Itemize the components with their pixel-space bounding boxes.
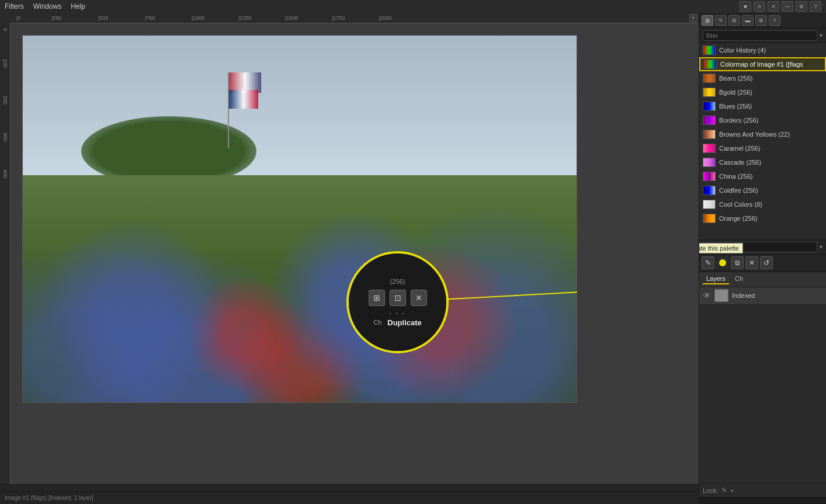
palette-name-caramel: Caramel (256) bbox=[719, 145, 822, 152]
zoom-ch-label: Ch bbox=[373, 319, 381, 326]
palette-swatch-orange bbox=[703, 214, 716, 223]
main-area: |0 |250 |500 |750 |1000 |1250 |1500 |175… bbox=[0, 13, 826, 504]
palette-item-colorhistory[interactable]: Color History (4) bbox=[699, 43, 826, 57]
lock-icon-paint[interactable]: ✎ bbox=[721, 486, 727, 494]
palette-item-bgold[interactable]: Bgold (256) bbox=[699, 85, 826, 99]
palette-name-cascade: Cascade (256) bbox=[719, 159, 822, 166]
palette-swatch-cascade bbox=[703, 158, 716, 167]
palette-item-browns[interactable]: Browns And Yellows (22) bbox=[699, 127, 826, 141]
palette-list: Color History (4) Colormap of Image #1 (… bbox=[699, 43, 826, 239]
action-duplicate-btn[interactable]: ⧉ Duplicate this palette bbox=[731, 256, 744, 269]
action-row: ✎ ⧉ Duplicate this palette ✕ ↺ bbox=[699, 255, 826, 272]
menu-help[interactable]: Help bbox=[71, 2, 85, 11]
layer-thumb-indexed bbox=[714, 289, 728, 302]
palette-item-colormap[interactable]: Colormap of Image #1 ([flags bbox=[699, 57, 826, 71]
toolbar-icon-4[interactable]: ⊕ bbox=[796, 1, 807, 12]
tick-250: |250 bbox=[51, 15, 98, 21]
flowers-layer bbox=[23, 175, 577, 402]
panel-scrollbar[interactable] bbox=[699, 497, 826, 504]
palette-swatch-colorhistory bbox=[703, 46, 716, 55]
zoom-top-text: (256) bbox=[390, 278, 405, 285]
palette-swatch-caramel bbox=[703, 144, 716, 153]
panel-icon-patterns[interactable]: ⊞ bbox=[728, 15, 740, 26]
zoom-circle: (256) ⊞ ⊡ ✕ • • • Ch Duplicate bbox=[346, 251, 449, 353]
tick-1750: |1750 bbox=[332, 15, 379, 21]
ruler-v-100: 100 bbox=[2, 59, 8, 68]
action-refresh-btn[interactable]: ↺ bbox=[760, 256, 773, 269]
palette-item-bears[interactable]: Bears (256) bbox=[699, 71, 826, 85]
flower-image bbox=[22, 35, 577, 403]
palette-swatch-coolcolors bbox=[703, 200, 716, 209]
toolbar-icon-0[interactable]: ■ bbox=[740, 1, 751, 12]
palette-swatch-blues bbox=[703, 102, 716, 111]
zoom-toolbar: ⊞ ⊡ ✕ bbox=[369, 290, 427, 306]
layer-item-indexed[interactable]: 👁 Indexed bbox=[699, 287, 826, 305]
palette-item-coldfire[interactable]: Coldfire (256) bbox=[699, 183, 826, 197]
panel-icon-gradients[interactable]: ▬ bbox=[742, 15, 754, 26]
palette-swatch-browns bbox=[703, 130, 716, 139]
menu-filters[interactable]: Filters bbox=[5, 2, 24, 11]
palette-item-cascade[interactable]: Cascade (256) bbox=[699, 155, 826, 169]
panel-top-icons: ▦ ✎ ⊞ ▬ ⊕ ? bbox=[699, 13, 826, 28]
layer-name-indexed: Indexed bbox=[732, 292, 822, 299]
panel-icon-layers[interactable]: ▦ bbox=[702, 15, 713, 26]
zoom-circle-inner: (256) ⊞ ⊡ ✕ • • • Ch Duplicate bbox=[349, 253, 446, 351]
palette-name-bears: Bears (256) bbox=[719, 75, 822, 82]
tag-input[interactable] bbox=[703, 242, 817, 252]
panel-icon-fonts[interactable]: ? bbox=[769, 15, 780, 26]
palette-swatch-china bbox=[703, 172, 716, 181]
menubar: Filters Windows Help ■ A ≡ — ⊕ ? bbox=[0, 0, 826, 13]
zoom-label-row: Ch Duplicate bbox=[373, 318, 422, 327]
status-text: Image #1 (flags) [Indexed, 1 layer] bbox=[5, 495, 93, 501]
palette-item-caramel[interactable]: Caramel (256) bbox=[699, 141, 826, 155]
action-dot-btn[interactable] bbox=[716, 256, 729, 269]
palette-item-blues[interactable]: Blues (256) bbox=[699, 99, 826, 113]
tick-500: |500 bbox=[98, 15, 145, 21]
palette-name-coolcolors: Cool Colors (8) bbox=[719, 201, 822, 208]
palette-name-coldfire: Coldfire (256) bbox=[719, 187, 822, 194]
toolbar-icon-5[interactable]: ? bbox=[810, 1, 821, 12]
layers-header: Layers Ch bbox=[699, 272, 826, 287]
action-edit-btn[interactable]: ✎ bbox=[702, 256, 714, 269]
canvas-scroll[interactable]: (256) ⊞ ⊡ ✕ • • • Ch Duplicate bbox=[11, 23, 699, 484]
lock-label: Lock: bbox=[703, 487, 718, 494]
tag-arrow[interactable]: ▾ bbox=[820, 244, 822, 250]
layer-visibility-icon[interactable]: 👁 bbox=[703, 291, 711, 300]
zoom-duplicate-label: Duplicate bbox=[387, 318, 422, 327]
panel-icon-brushes[interactable]: ✎ bbox=[715, 15, 727, 26]
filter-arrow[interactable]: ▾ bbox=[820, 32, 822, 39]
tick-1500: |1500 bbox=[285, 15, 332, 21]
canvas-area: |0 |250 |500 |750 |1000 |1250 |1500 |175… bbox=[0, 13, 699, 504]
toolbar-icons: ■ A ≡ — ⊕ ? bbox=[740, 1, 821, 12]
toolbar-icon-2[interactable]: ≡ bbox=[768, 1, 779, 12]
palette-name-blues: Blues (256) bbox=[719, 103, 822, 110]
palette-swatch-coldfire bbox=[703, 186, 716, 195]
action-delete-btn[interactable]: ✕ bbox=[745, 256, 758, 269]
status-bar: Image #1 (flags) [Indexed, 1 layer] bbox=[0, 491, 699, 504]
filter-row: ▾ bbox=[699, 28, 826, 43]
panel-icon-palettes[interactable]: ⊕ bbox=[755, 15, 767, 26]
palette-item-borders[interactable]: Borders (256) bbox=[699, 113, 826, 127]
tick-2000: |2000 bbox=[379, 15, 425, 21]
filter-input[interactable] bbox=[703, 30, 817, 41]
palette-swatch-bgold bbox=[703, 88, 716, 97]
layers-tab-layers[interactable]: Layers bbox=[703, 274, 729, 284]
horizontal-scrollbar[interactable] bbox=[0, 484, 699, 491]
tick-1000: |1000 bbox=[192, 15, 238, 21]
menu-windows[interactable]: Windows bbox=[33, 2, 62, 11]
palette-item-orange[interactable]: Orange (256) bbox=[699, 211, 826, 225]
toolbar-icon-3[interactable]: — bbox=[782, 1, 793, 12]
layers-tab-ch[interactable]: Ch bbox=[731, 274, 747, 284]
lock-icon-position[interactable]: + bbox=[730, 487, 734, 494]
palette-item-coolcolors[interactable]: Cool Colors (8) bbox=[699, 197, 826, 211]
toolbar-icon-1[interactable]: A bbox=[754, 1, 765, 12]
ruler-scroll-btn[interactable]: + bbox=[689, 14, 697, 22]
zoom-btn-duplicate[interactable]: ⊡ bbox=[390, 290, 406, 306]
palette-name-browns: Browns And Yellows (22) bbox=[719, 131, 822, 138]
palette-item-china[interactable]: China (256) bbox=[699, 169, 826, 183]
palette-name-bgold: Bgold (256) bbox=[719, 89, 822, 96]
zoom-btn-new[interactable]: ⊞ bbox=[369, 290, 385, 306]
tick-0: |0 bbox=[16, 15, 51, 21]
zoom-btn-close[interactable]: ✕ bbox=[411, 290, 427, 306]
ruler-ticks: |0 |250 |500 |750 |1000 |1250 |1500 |175… bbox=[11, 15, 425, 21]
